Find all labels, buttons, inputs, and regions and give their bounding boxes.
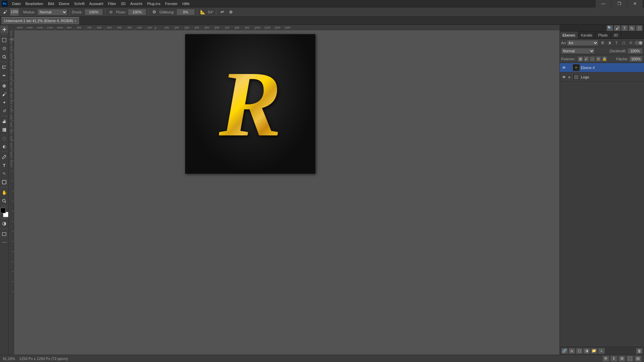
clone-stamp-button[interactable]: ✦ <box>0 99 8 107</box>
filter-toggle[interactable] <box>635 41 643 45</box>
toolbar-divider-8 <box>1 218 8 219</box>
marquee-rect-button[interactable] <box>0 36 8 44</box>
layer-mask-button[interactable]: ◻ <box>576 348 583 354</box>
mode-select[interactable]: Normal <box>37 9 67 15</box>
dodge-button[interactable]: ◐ <box>0 142 8 150</box>
menu-hilfe[interactable]: Hilfe <box>180 1 192 6</box>
angle-icon[interactable]: 📐 <box>199 8 207 16</box>
filter-pixel-icon[interactable]: ⊞ <box>599 40 605 46</box>
tab-ebenen[interactable]: Ebenen <box>560 32 578 39</box>
opacity-input[interactable] <box>628 48 643 54</box>
menu-schrift[interactable]: Schrift <box>72 1 87 6</box>
shape-button[interactable] <box>0 178 8 186</box>
lock-paint-icon[interactable]: 🖌 <box>584 56 589 62</box>
menu-3d[interactable]: 3D <box>119 1 127 6</box>
tab-kanaele[interactable]: Kanäle <box>578 32 595 39</box>
lasso-button[interactable]: ⊙ <box>0 44 8 52</box>
layer-expand-ebene4[interactable] <box>568 66 572 70</box>
panel-text-icon[interactable]: T <box>621 25 628 31</box>
layer-item-ebene4[interactable]: 👁 R Ebene 4 <box>560 63 644 72</box>
tab-3d[interactable]: 3D <box>611 32 621 39</box>
quick-select-button[interactable] <box>0 53 8 61</box>
pen-tool-button[interactable] <box>0 153 8 161</box>
filter-shape-icon[interactable]: ◻ <box>621 40 627 46</box>
quick-mask-button[interactable] <box>0 220 8 228</box>
panel-mask-icon[interactable]: ◻ <box>636 25 643 31</box>
history-brush-button[interactable]: ↺ <box>0 107 8 115</box>
panel-brush-icon[interactable]: 🖌 <box>614 25 621 31</box>
filter-smart-icon[interactable]: ⊙ <box>628 40 634 46</box>
layer-new-button[interactable]: + <box>598 348 605 354</box>
layer-expand-logo[interactable]: ▶ <box>568 75 572 79</box>
layer-delete-button[interactable]: 🗑 <box>636 348 643 354</box>
panel-fx-icon[interactable]: fx <box>629 25 635 31</box>
document-canvas[interactable]: R <box>185 34 315 174</box>
status-grid-icon[interactable]: ⊞ <box>619 356 625 362</box>
canvas-area[interactable]: R <box>14 30 559 355</box>
path-select-button[interactable]: ↖ <box>0 170 8 178</box>
document-tab[interactable]: Unbenannt-1 bei 41,2% (Ebene 4, RGB/8) × <box>1 17 79 24</box>
screen-mode-button[interactable] <box>0 230 8 238</box>
close-button[interactable]: ✕ <box>627 0 643 7</box>
more-tools-button[interactable]: ⋯ <box>0 238 8 246</box>
document-tab-close[interactable]: × <box>74 19 76 23</box>
menu-bearbeiten[interactable]: Bearbeiten <box>23 1 45 6</box>
filter-text-icon[interactable]: T <box>613 40 620 46</box>
filter-adjustment-icon[interactable]: ◑ <box>606 40 612 46</box>
svg-text:-1300: -1300 <box>26 26 33 29</box>
menu-fenster[interactable]: Fenster <box>163 1 179 6</box>
blur-button[interactable]: ◌ <box>0 134 8 142</box>
lock-all-icon[interactable]: 🔒 <box>602 56 607 62</box>
brush-tool-icon[interactable]: 🖌 <box>1 8 9 16</box>
panel-search-icon[interactable]: 🔍 <box>606 25 613 31</box>
menu-auswahl[interactable]: Auswahl <box>87 1 105 6</box>
symmetry-icon[interactable]: ⇌ <box>218 8 226 16</box>
gradient-button[interactable] <box>0 126 8 134</box>
svg-rect-8 <box>2 128 6 132</box>
status-info-icon[interactable]: ℹ <box>610 356 617 362</box>
menu-filter[interactable]: Filter <box>106 1 118 6</box>
smoothing-settings-icon[interactable]: ⚙ <box>151 8 158 16</box>
eyedropper-button[interactable]: ✒ <box>0 71 8 79</box>
fill-input[interactable] <box>629 56 643 62</box>
zoom-tool-button[interactable] <box>0 197 8 205</box>
layer-visibility-logo[interactable]: 👁 <box>561 74 567 80</box>
menu-datei[interactable]: Datei <box>10 1 23 6</box>
layer-fx-button[interactable]: fx <box>569 348 575 354</box>
density-input[interactable] <box>85 9 103 15</box>
brush-size-preview[interactable]: 1250 <box>10 8 19 16</box>
lock-transparent-icon[interactable]: ▩ <box>578 56 583 62</box>
layer-item-logo[interactable]: 👁 ▶ Logo <box>560 72 644 82</box>
menu-plugins[interactable]: Plug-ins <box>145 1 162 6</box>
airbrush-toggle[interactable]: ◎ <box>107 8 115 16</box>
layer-visibility-ebene4[interactable]: 👁 <box>561 65 567 70</box>
status-expand-icon[interactable]: ⛶ <box>627 356 633 362</box>
blend-mode-select[interactable]: Normal Auflösen Abdunkeln Multiplizieren <box>561 48 595 54</box>
move-tool-button[interactable] <box>0 25 8 34</box>
smoothing-input[interactable] <box>176 9 195 15</box>
tab-pfade[interactable]: Pfade <box>595 32 611 39</box>
status-settings-icon[interactable]: ⚙ <box>602 356 609 362</box>
status-panel-icon[interactable]: ▤ <box>635 356 641 362</box>
foreground-color-box[interactable] <box>0 208 6 213</box>
pressure-icon[interactable]: ⊕ <box>227 8 234 16</box>
layer-link-button[interactable]: 🔗 <box>561 348 568 354</box>
menu-ansicht[interactable]: Ansicht <box>128 1 144 6</box>
menu-bild[interactable]: Bild <box>46 1 56 6</box>
eraser-button[interactable] <box>0 117 8 125</box>
lock-position-icon[interactable]: ↔ <box>590 56 595 62</box>
flux-input[interactable] <box>128 9 146 15</box>
toolbar-divider-4 <box>1 116 8 116</box>
layer-adjustment-button[interactable]: ◑ <box>583 348 590 354</box>
brush-tool-button[interactable]: 🖌 <box>0 90 8 98</box>
filter-type-select[interactable]: Art Name Effekt <box>567 40 598 46</box>
menu-ebene[interactable]: Ebene <box>57 1 71 6</box>
hand-tool-button[interactable]: ✋ <box>0 188 8 196</box>
text-button[interactable]: T <box>0 161 8 169</box>
crop-button[interactable] <box>0 63 8 71</box>
lock-artboard-icon[interactable]: ⊞ <box>596 56 601 62</box>
healing-brush-button[interactable] <box>0 82 8 90</box>
minimize-button[interactable]: — <box>596 0 611 7</box>
layer-group-button[interactable]: 📁 <box>591 348 597 354</box>
maximize-button[interactable]: ❐ <box>611 0 627 7</box>
